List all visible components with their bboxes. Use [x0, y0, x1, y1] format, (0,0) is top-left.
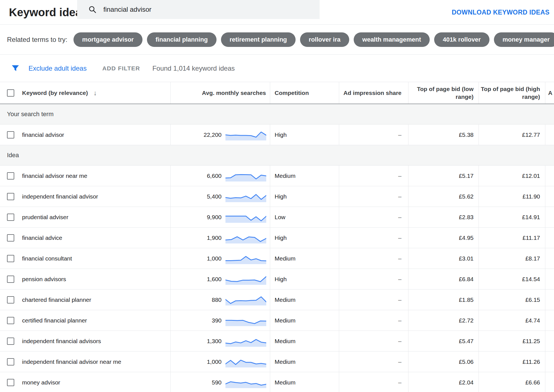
row-checkbox[interactable] — [7, 214, 14, 221]
download-keyword-ideas-button[interactable]: DOWNLOAD KEYWORD IDEAS — [452, 8, 550, 16]
trend-sparkline — [225, 336, 266, 347]
related-term-chip[interactable]: mortgage advisor — [73, 32, 142, 47]
competition-value: Medium — [270, 310, 339, 331]
bid-low-value: £2.04 — [408, 372, 479, 392]
trend-sparkline — [225, 377, 266, 388]
column-header-bid-high-label: Top of page bid (high range) — [479, 85, 540, 101]
top-bar: Keyword ideas financial advisor DOWNLOAD… — [0, 0, 554, 25]
trend-sparkline — [225, 232, 266, 243]
trend-sparkline — [225, 253, 266, 264]
column-header-searches[interactable]: Avg. monthly searches — [171, 82, 270, 104]
keyword-row[interactable]: independent financial advisor5,400High–£… — [0, 186, 554, 207]
column-header-ais-label: Ad impression share — [343, 89, 401, 97]
column-header-bid-low[interactable]: Top of page bid (low range) — [408, 82, 479, 104]
table-header: Keyword (by relevance) ↓ Avg. monthly se… — [0, 82, 554, 104]
search-icon — [88, 5, 97, 14]
avg-monthly-searches-value: 1,600 — [207, 276, 222, 283]
keyword-row[interactable]: independent financial advisor near me1,0… — [0, 352, 554, 372]
related-term-chip[interactable]: rollover ira — [300, 32, 349, 47]
bid-high-value: £14.54 — [479, 269, 545, 289]
keyword-text: financial advice — [22, 235, 62, 241]
found-count-text: Found 1,014 keyword ideas — [152, 64, 235, 72]
avg-monthly-searches-value: 1,300 — [207, 338, 222, 345]
related-terms-list: mortgage advisorfinancial planningretire… — [73, 32, 554, 47]
related-term-chip[interactable]: financial planning — [147, 32, 217, 47]
ad-impression-share-value: – — [339, 352, 408, 372]
bid-low-value: £5.38 — [408, 125, 479, 145]
keyword-row[interactable]: prudential adviser9,900Low–£2.83£14.91 — [0, 207, 554, 228]
ad-impression-share-value: – — [339, 310, 408, 331]
bid-high-value: £14.91 — [479, 207, 545, 227]
avg-monthly-searches-value: 9,900 — [207, 214, 222, 221]
column-header-bid-high[interactable]: Top of page bid (high range) — [479, 82, 545, 104]
row-checkbox[interactable] — [7, 358, 14, 365]
bid-high-value: £11.90 — [479, 186, 545, 207]
avg-monthly-searches-value: 22,200 — [204, 132, 222, 138]
bid-high-value: £11.26 — [479, 352, 545, 372]
bid-high-value: £11.25 — [479, 331, 545, 351]
competition-value: Medium — [270, 166, 339, 186]
keyword-row[interactable]: chartered financial planner880Medium–£1.… — [0, 290, 554, 310]
filter-funnel-icon[interactable] — [11, 64, 20, 73]
ad-impression-share-value: – — [339, 125, 408, 145]
keyword-row[interactable]: money advisor590Medium–£2.04£6.66 — [0, 372, 554, 392]
keyword-text: financial advisor — [22, 132, 64, 138]
keyword-row[interactable]: financial advisor22,200High–£5.38£12.77 — [0, 125, 554, 145]
row-checkbox[interactable] — [7, 296, 14, 303]
keyword-text: independent financial advisors — [22, 338, 101, 345]
related-term-chip[interactable]: money manager — [494, 32, 554, 47]
row-checkbox[interactable] — [7, 172, 14, 180]
keyword-row[interactable]: certified financial planner390Medium–£2.… — [0, 310, 554, 331]
column-header-competition[interactable]: Competition — [270, 82, 339, 104]
competition-value: Medium — [270, 331, 339, 351]
row-checkbox[interactable] — [7, 338, 14, 345]
bid-low-value: £1.85 — [408, 290, 479, 310]
column-header-ad-impression-share[interactable]: Ad impression share — [339, 82, 408, 104]
keyword-row[interactable]: financial consultant1,000Medium–£3.01£8.… — [0, 248, 554, 269]
bid-high-value: £12.77 — [479, 125, 545, 145]
keyword-text: financial consultant — [22, 255, 72, 262]
search-input[interactable]: financial advisor — [103, 6, 151, 13]
ad-impression-share-value: – — [339, 166, 408, 186]
trend-sparkline — [225, 315, 266, 326]
row-checkbox[interactable] — [7, 131, 14, 138]
add-filter-button[interactable]: ADD FILTER — [102, 65, 140, 72]
avg-monthly-searches-value: 5,400 — [207, 193, 222, 200]
keyword-search-box[interactable]: financial advisor — [77, 0, 320, 19]
trend-sparkline — [225, 212, 266, 223]
bid-low-value: £2.83 — [408, 207, 479, 227]
row-checkbox[interactable] — [7, 234, 14, 242]
related-term-chip[interactable]: 401k rollover — [434, 32, 489, 47]
column-header-truncated-label: A — [548, 89, 552, 97]
bid-low-value: £2.72 — [408, 310, 479, 331]
trend-sparkline — [225, 129, 266, 140]
row-checkbox[interactable] — [7, 193, 14, 200]
row-checkbox[interactable] — [7, 276, 14, 283]
related-term-chip[interactable]: wealth management — [354, 32, 430, 47]
table-body: Your search termfinancial advisor22,200H… — [0, 104, 554, 392]
keyword-row[interactable]: financial advice1,900High–£4.95£11.17 — [0, 228, 554, 248]
avg-monthly-searches-value: 880 — [212, 297, 222, 303]
column-header-keyword-label[interactable]: Keyword (by relevance) — [22, 89, 88, 97]
keyword-row[interactable]: independent financial advisors1,300Mediu… — [0, 331, 554, 352]
row-checkbox[interactable] — [7, 317, 14, 324]
sort-descending-icon[interactable]: ↓ — [94, 89, 97, 97]
column-header-keyword: Keyword (by relevance) ↓ — [0, 82, 171, 104]
avg-monthly-searches-value: 1,000 — [207, 255, 222, 262]
select-all-checkbox[interactable] — [7, 89, 14, 97]
bid-high-value: £11.17 — [479, 228, 545, 248]
keyword-row[interactable]: pension advisors1,600High–£6.84£14.54 — [0, 269, 554, 290]
keyword-text: financial advisor near me — [22, 173, 87, 179]
page-title: Keyword ideas — [9, 6, 88, 18]
row-checkbox[interactable] — [7, 255, 14, 262]
exclude-adult-ideas-link[interactable]: Exclude adult ideas — [28, 64, 87, 72]
row-checkbox[interactable] — [7, 379, 14, 386]
bid-high-value: £6.15 — [479, 290, 545, 310]
section-label: Your search term — [0, 104, 554, 125]
bid-low-value: £3.01 — [408, 248, 479, 269]
filter-bar: Exclude adult ideas ADD FILTER Found 1,0… — [0, 55, 554, 82]
trend-sparkline — [225, 170, 266, 181]
related-term-chip[interactable]: retirement planning — [221, 32, 296, 47]
keyword-text: money advisor — [22, 379, 60, 386]
keyword-row[interactable]: financial advisor near me6,600Medium–£5.… — [0, 166, 554, 186]
